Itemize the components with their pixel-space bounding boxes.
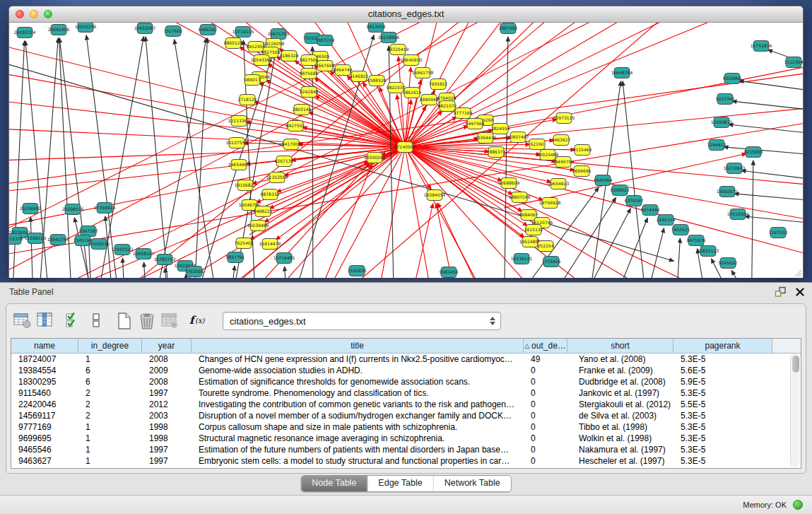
graph-node[interactable]: 9463627 bbox=[552, 135, 571, 146]
graph-node[interactable]: 9227342 bbox=[716, 94, 735, 105]
table-row[interactable]: 969969511998Structural magnetic resonanc… bbox=[11, 433, 801, 444]
table-row[interactable]: 911546021997Tourette syndrome. Phenomeno… bbox=[11, 387, 801, 399]
table-row[interactable]: 1938455462009Genome-wide association stu… bbox=[11, 365, 801, 376]
float-panel-icon[interactable] bbox=[775, 286, 787, 298]
graph-node[interactable]: 16648784 bbox=[611, 68, 633, 78]
graph-node[interactable]: 252254 bbox=[538, 241, 554, 252]
graph-node[interactable]: 3915378 bbox=[9, 234, 23, 245]
graph-node[interactable]: 9777169 bbox=[454, 108, 473, 119]
graph-node[interactable]: 6497568 bbox=[466, 119, 485, 129]
graph-node[interactable]: 16914479 bbox=[259, 239, 281, 250]
graph-node[interactable]: 989013 bbox=[245, 75, 261, 86]
table-row[interactable]: 946554611997Estimation of the future num… bbox=[11, 444, 801, 455]
close-panel-icon[interactable] bbox=[795, 287, 805, 297]
graph-node[interactable]: 9474444 bbox=[641, 205, 660, 216]
table-settings-button[interactable] bbox=[12, 310, 33, 332]
graph-node[interactable]: 8427552 bbox=[286, 121, 305, 132]
column-header-title[interactable]: title bbox=[192, 339, 524, 353]
graph-node[interactable]: 9329966 bbox=[723, 74, 742, 84]
graph-node[interactable]: 8860128 bbox=[224, 38, 243, 49]
memory-status-indicator[interactable] bbox=[793, 500, 803, 510]
graph-node[interactable]: 18807249 bbox=[509, 192, 531, 203]
graph-node[interactable]: 1862615 bbox=[403, 88, 422, 98]
tab-node-table[interactable]: Node Table bbox=[301, 476, 367, 491]
graph-node[interactable]: 9857791 bbox=[226, 252, 245, 263]
graph-node[interactable]: 24055724 bbox=[14, 28, 36, 38]
graph-node[interactable]: 8878332 bbox=[261, 189, 280, 200]
graph-node[interactable]: 10719135 bbox=[233, 27, 254, 37]
graph-node[interactable]: 9083458 bbox=[440, 267, 459, 278]
graph-node[interactable]: 10653287 bbox=[134, 23, 156, 34]
graph-node[interactable]: 16782753 bbox=[154, 255, 176, 265]
graph-node[interactable]: 7625402 bbox=[235, 238, 254, 249]
graph-node[interactable]: 10958107 bbox=[133, 249, 155, 259]
graph-node[interactable]: 25206950 bbox=[20, 204, 42, 214]
graph-node[interactable]: 10651123 bbox=[698, 246, 719, 257]
column-header-pagerank[interactable]: pagerank bbox=[673, 339, 772, 353]
deselect-all-button[interactable] bbox=[86, 310, 107, 332]
graph-node[interactable]: 1588520 bbox=[367, 76, 387, 86]
graph-node[interactable]: 1527602 bbox=[164, 26, 183, 37]
graph-node[interactable]: 13325419 bbox=[387, 45, 409, 55]
column-header-short[interactable]: short bbox=[567, 339, 673, 353]
table-row[interactable]: 977716911998Corpus callosum shape and si… bbox=[11, 421, 801, 433]
graph-node[interactable]: 12505115 bbox=[88, 239, 110, 250]
graph-node[interactable]: 10543392 bbox=[251, 55, 273, 66]
graph-node[interactable]: 16039489 bbox=[247, 221, 269, 231]
table-vertical-scrollbar[interactable] bbox=[790, 354, 800, 467]
graph-node[interactable]: 20691406 bbox=[48, 25, 70, 35]
graph-node[interactable]: 10688609 bbox=[498, 178, 520, 189]
graph-node[interactable]: 15751874 bbox=[751, 41, 772, 52]
graph-node[interactable]: 2718126 bbox=[238, 95, 257, 105]
graph-node[interactable]: 9242848 bbox=[300, 87, 319, 98]
graph-node[interactable]: 10107554 bbox=[226, 138, 248, 148]
graph-node[interactable]: 20364436 bbox=[475, 133, 497, 144]
graph-node[interactable]: 8358923 bbox=[611, 185, 630, 196]
table-row[interactable]: 2242004622012Investigating the contribut… bbox=[11, 399, 801, 410]
graph-node-hub[interactable]: 17240007 bbox=[394, 142, 416, 153]
column-header-out_de[interactable]: △out_de… bbox=[524, 339, 567, 353]
graph-node[interactable]: 16915236 bbox=[75, 23, 97, 33]
graph-node[interactable]: 7886372 bbox=[487, 147, 506, 158]
graph-node[interactable]: 19166827 bbox=[235, 180, 257, 191]
graph-node[interactable]: 19384554 bbox=[424, 190, 446, 201]
graph-node[interactable]: 7932621 bbox=[671, 225, 690, 235]
window-resize-grip[interactable] bbox=[794, 269, 802, 277]
graph-node[interactable]: 9699695 bbox=[572, 166, 592, 177]
graph-node[interactable]: 2667608 bbox=[316, 61, 335, 71]
column-header-year[interactable]: year bbox=[142, 339, 192, 353]
graph-node[interactable]: 9146821 bbox=[350, 71, 369, 82]
column-header-in_degree[interactable]: in_degree bbox=[78, 339, 142, 353]
graph-node[interactable]: 1615132 bbox=[524, 225, 543, 235]
graph-node[interactable]: 9115460 bbox=[573, 145, 592, 156]
scrollbar-thumb[interactable] bbox=[792, 356, 799, 373]
graph-node[interactable]: 8990448 bbox=[420, 95, 439, 105]
table-row[interactable]: 1830029562008Estimation of significance … bbox=[11, 376, 801, 387]
graph-node[interactable]: 9417006 bbox=[282, 139, 301, 150]
graph-node[interactable]: 9875685 bbox=[300, 69, 319, 79]
graph-node[interactable]: 7955812 bbox=[429, 79, 448, 90]
graph-node[interactable]: 1640954 bbox=[594, 175, 613, 186]
graph-node[interactable]: 19654923 bbox=[548, 179, 570, 189]
graph-node[interactable]: 16961758 bbox=[412, 68, 434, 78]
new-table-button[interactable] bbox=[114, 310, 135, 332]
graph-node[interactable]: 16210643 bbox=[724, 163, 746, 174]
network-canvas[interactable]: 2405572420691406169152361065328715276026… bbox=[9, 23, 803, 278]
graph-node[interactable]: 17016504 bbox=[727, 209, 749, 220]
graph-node[interactable]: 2935114 bbox=[657, 215, 676, 226]
graph-node[interactable]: 18640910 bbox=[401, 55, 423, 66]
graph-node[interactable]: 15716485 bbox=[273, 253, 295, 264]
graph-node[interactable]: 17359924 bbox=[94, 203, 116, 214]
window-titlebar[interactable]: citations_edges.txt bbox=[9, 6, 803, 23]
graph-node[interactable]: 10807487 bbox=[507, 132, 529, 143]
graph-node[interactable]: 8813054 bbox=[367, 23, 386, 33]
table-row[interactable]: 946362711997Embryonic stem cells: a mode… bbox=[11, 455, 801, 467]
graph-node[interactable]: 7957224 bbox=[316, 35, 335, 46]
tab-network-table[interactable]: Network Table bbox=[433, 476, 511, 491]
graph-node[interactable]: 2803144 bbox=[293, 105, 312, 115]
graph-node[interactable]: 8471676 bbox=[687, 235, 706, 246]
table-row[interactable]: 1872400712008Changes of HCN gene express… bbox=[11, 354, 801, 365]
table-row[interactable]: 1456911722003Disruption of a novel membe… bbox=[11, 410, 801, 421]
graph-node[interactable]: 12213363 bbox=[228, 116, 250, 127]
graph-node[interactable]: 8215958 bbox=[744, 147, 763, 158]
